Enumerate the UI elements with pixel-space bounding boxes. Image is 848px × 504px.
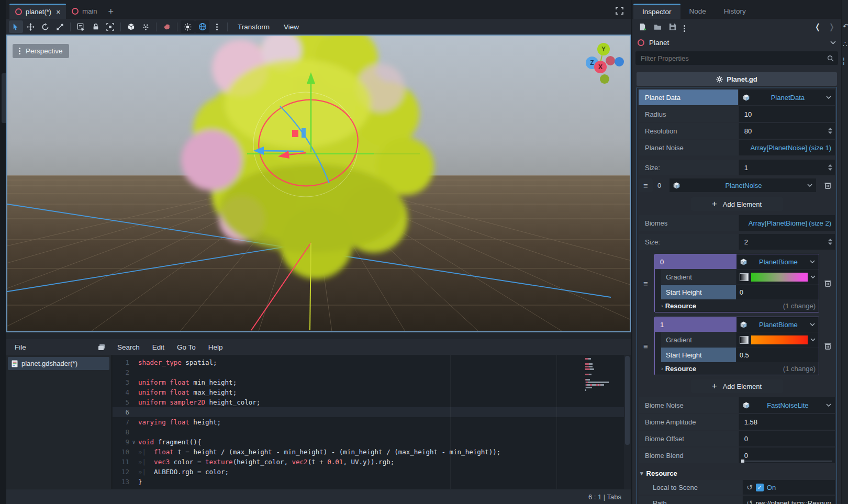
planet-noise-resource[interactable]: PlanetNoise xyxy=(670,178,816,192)
code-editor[interactable]: 1shader_type spatial;23uniform float min… xyxy=(113,355,631,489)
distraction-free-mode-icon[interactable] xyxy=(616,7,623,15)
filter-properties-box[interactable] xyxy=(635,51,838,65)
gradient-value[interactable] xyxy=(737,270,819,284)
biome-noise-label[interactable]: Biome Noise xyxy=(639,397,738,413)
close-icon[interactable]: × xyxy=(56,8,60,16)
gradient-label[interactable]: Gradient xyxy=(661,332,736,347)
chevron-down-icon[interactable] xyxy=(810,260,815,263)
resource-subsection[interactable]: › Resource (1 change) xyxy=(661,299,819,312)
clipped-tool-icon[interactable]: ¦ xyxy=(843,57,845,65)
drag-handle-icon[interactable]: ≡ xyxy=(639,178,653,192)
biome-noise-resource[interactable]: FastNoiseLite xyxy=(739,397,835,413)
transform-menu[interactable]: Transform xyxy=(231,23,276,31)
mesh-options-icon[interactable] xyxy=(124,20,138,33)
axis-ball-neg-x[interactable] xyxy=(606,56,615,65)
resolution-field[interactable]: 80 xyxy=(739,123,835,139)
drag-handle-icon[interactable]: ≡ xyxy=(639,254,653,312)
planet-data-value[interactable]: PlanetData xyxy=(739,89,835,105)
clipped-dock-icon[interactable]: ∴ xyxy=(843,40,847,48)
gradient-value[interactable] xyxy=(737,332,819,347)
biome-index[interactable]: 1 xyxy=(655,317,737,332)
list-select-tool-button[interactable] xyxy=(74,20,88,33)
biome-offset-label[interactable]: Biome Offset xyxy=(639,431,738,446)
code-line[interactable]: 5uniform sampler2D height_color; xyxy=(113,397,631,407)
chevron-down-icon[interactable] xyxy=(810,275,816,278)
shader-file-item[interactable]: planet.gdshader(*) xyxy=(8,357,109,370)
move-tool-button[interactable] xyxy=(24,20,38,33)
add-scene-tab-button[interactable]: + xyxy=(103,6,119,19)
left-dock-collapsed-tab[interactable] xyxy=(2,73,6,123)
code-line[interactable]: 6 xyxy=(113,407,631,417)
biome-offset-field[interactable]: 0 xyxy=(739,431,835,446)
planet-noise-array-link[interactable]: Array[PlanetNoise] (size 1) xyxy=(739,140,835,155)
group-selected-icon[interactable] xyxy=(103,20,117,33)
size-field[interactable]: 2 xyxy=(739,234,835,250)
axis-ball-neg-z[interactable] xyxy=(615,57,624,66)
resource-extra-menu-icon[interactable] xyxy=(684,23,685,31)
biome-amplitude-field[interactable]: 1.58 xyxy=(739,414,835,430)
spinner-icon[interactable] xyxy=(828,239,832,245)
size-field[interactable]: 1 xyxy=(739,160,835,175)
radius-label[interactable]: Radius xyxy=(639,106,738,122)
chevron-down-icon[interactable] xyxy=(826,96,831,99)
biome-amplitude-label[interactable]: Biome Amplitude xyxy=(639,414,738,430)
gradient-preview[interactable] xyxy=(751,273,808,282)
resolution-label[interactable]: Resolution xyxy=(639,123,738,139)
biome-index[interactable]: 0 xyxy=(655,254,737,269)
radius-field[interactable]: 10 xyxy=(739,106,835,122)
code-line[interactable]: 8 xyxy=(113,427,631,437)
filter-properties-input[interactable] xyxy=(640,54,827,63)
chevron-down-icon[interactable] xyxy=(810,338,816,341)
load-resource-folder-icon[interactable] xyxy=(654,24,662,30)
code-line[interactable]: 12»| ALBEDO.rgb = color; xyxy=(113,467,631,477)
resource-section-header[interactable]: ▾ Resource xyxy=(639,467,835,479)
planet-data-label[interactable]: Planet Data xyxy=(639,89,738,105)
file-menu[interactable]: File xyxy=(12,343,32,351)
code-line[interactable]: 11»| vec3 color = texture(height_color, … xyxy=(113,457,631,467)
code-line[interactable]: 3uniform float min_height; xyxy=(113,377,631,387)
local-to-scene-label[interactable]: Local to Scene xyxy=(639,480,742,495)
environment-toggle-button[interactable] xyxy=(195,20,209,33)
gradient-preview[interactable] xyxy=(751,335,808,344)
tab-inspector[interactable]: Inspector xyxy=(633,4,680,19)
biome-blend-slider[interactable]: 0 xyxy=(739,447,835,463)
biomes-array-link[interactable]: Array[PlanetBiome] (size 2) xyxy=(739,215,835,231)
help-menu[interactable]: Help xyxy=(202,343,229,351)
spinner-icon[interactable] xyxy=(828,164,832,171)
goto-menu[interactable]: Go To xyxy=(171,343,202,351)
view-menu[interactable]: View xyxy=(277,23,306,31)
select-tool-button[interactable] xyxy=(9,20,23,33)
resource-subsection[interactable]: › Resource (1 change) xyxy=(661,362,819,375)
search-menu[interactable]: Search xyxy=(111,343,146,351)
start-height-field[interactable]: 0.5 xyxy=(737,348,819,362)
viewport-3d[interactable]: Y Z X Perspective xyxy=(6,35,631,332)
code-minimap[interactable] xyxy=(585,358,622,392)
code-line[interactable]: 4uniform float max_height; xyxy=(113,387,631,397)
start-height-field[interactable]: 0 xyxy=(737,285,819,299)
code-line[interactable]: 2 xyxy=(113,367,631,377)
chevron-down-icon[interactable] xyxy=(830,41,836,44)
chevron-down-icon[interactable] xyxy=(807,184,812,187)
code-line[interactable]: 9∨void fragment(){ xyxy=(113,437,631,447)
code-scrollbar[interactable] xyxy=(624,355,631,489)
new-resource-icon[interactable] xyxy=(639,23,646,31)
edited-object-row[interactable]: Planet xyxy=(632,35,841,50)
history-back-icon[interactable]: ❬ xyxy=(814,22,821,31)
biome-resource[interactable]: PlanetBiome xyxy=(737,254,819,269)
add-element-button[interactable]: + Add Element xyxy=(691,379,783,393)
history-forward-icon[interactable]: ❭ xyxy=(828,22,835,31)
skeleton-options-icon[interactable] xyxy=(139,20,153,33)
drag-handle-icon[interactable]: ≡ xyxy=(639,317,653,375)
tab-history[interactable]: History xyxy=(715,4,755,19)
extra-options-menu-icon[interactable] xyxy=(210,20,224,33)
code-line[interactable]: 1shader_type spatial; xyxy=(113,357,631,367)
scale-tool-button[interactable] xyxy=(53,20,67,33)
trash-icon[interactable] xyxy=(821,317,835,375)
script-section-header[interactable]: Planet.gd xyxy=(637,72,837,86)
save-resource-icon[interactable] xyxy=(669,23,676,30)
trash-icon[interactable] xyxy=(821,178,835,192)
gradient-edit-icon[interactable] xyxy=(740,273,749,281)
size-label[interactable]: Size: xyxy=(639,160,738,175)
revert-icon[interactable]: ↺ xyxy=(746,483,753,491)
code-line[interactable]: 10»| float t = height / (max_height - mi… xyxy=(113,447,631,457)
